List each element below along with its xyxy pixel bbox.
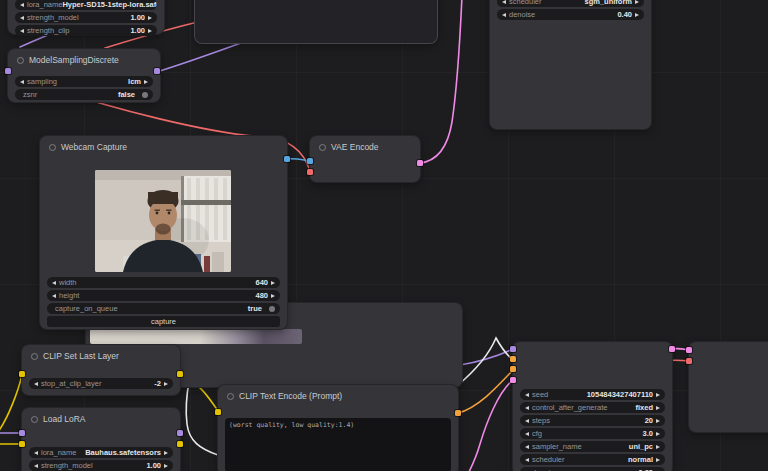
node-preview-top[interactable] [195, 0, 437, 43]
increment-arrow-icon[interactable] [635, 13, 639, 17]
input-slot-clip[interactable] [19, 441, 25, 447]
prev-arrow-icon[interactable] [34, 451, 38, 455]
collapse-dot-icon[interactable] [31, 353, 38, 360]
widget-lora-name[interactable]: lora_name Hyper-SD15-1step-lora.safet... [15, 0, 157, 10]
output-slot-latent[interactable] [669, 346, 675, 352]
next-arrow-icon[interactable] [635, 0, 639, 4]
widget-scheduler[interactable]: scheduler sgm_uniform [497, 0, 644, 7]
input-slot-negative[interactable] [510, 366, 516, 372]
next-arrow-icon[interactable] [656, 406, 660, 410]
next-arrow-icon[interactable] [164, 451, 168, 455]
increment-arrow-icon[interactable] [271, 294, 275, 298]
capture-button[interactable]: capture [47, 316, 280, 327]
input-slot-clip[interactable] [19, 371, 25, 377]
output-slot-image[interactable] [284, 156, 290, 162]
output-slot-model[interactable] [177, 430, 183, 436]
node-graph-canvas[interactable]: lora_name Hyper-SD15-1step-lora.safet...… [0, 0, 768, 471]
prev-arrow-icon[interactable] [20, 80, 24, 84]
widget-strength-model[interactable]: strength_model 1.00 [29, 460, 173, 471]
widget-strength-model[interactable]: strength_model 1.00 [15, 12, 157, 23]
widget-zsnr[interactable]: zsnr false [15, 89, 153, 100]
node-title-bar[interactable]: Load LoRA [22, 408, 180, 424]
widget-width[interactable]: width 640 [47, 277, 280, 288]
widget-control-after-generate[interactable]: control_after_generate fixed [520, 402, 665, 413]
widget-steps[interactable]: steps 20 [520, 415, 665, 426]
widget-seed[interactable]: seed 1054843427407110 [520, 389, 665, 400]
output-slot-clip[interactable] [177, 371, 183, 377]
node-title-bar[interactable]: CLIP Text Encode (Prompt) [218, 385, 458, 401]
node-title-bar[interactable]: VAE Encode [310, 136, 420, 152]
increment-arrow-icon[interactable] [271, 281, 275, 285]
boolean-toggle[interactable] [269, 306, 275, 312]
node-clip-text-encode[interactable]: CLIP Text Encode (Prompt) (worst quality… [218, 385, 458, 471]
increment-arrow-icon[interactable] [164, 464, 168, 468]
widget-denoise[interactable]: denoise 0.90 [520, 467, 665, 471]
decrement-arrow-icon[interactable] [20, 29, 24, 33]
input-slot-positive[interactable] [510, 356, 516, 362]
input-slot-model[interactable] [510, 346, 516, 352]
input-slot-model[interactable] [19, 430, 25, 436]
node-ksampler-top[interactable]: scheduler sgm_uniform denoise 0.40 [490, 0, 651, 129]
widget-cfg[interactable]: cfg 3.0 [520, 428, 665, 439]
widget-strength-clip[interactable]: strength_clip 1.00 [15, 25, 157, 36]
collapse-dot-icon[interactable] [227, 393, 234, 400]
decrement-arrow-icon[interactable] [34, 464, 38, 468]
node-model-sampling-discrete[interactable]: ModelSamplingDiscrete sampling lcm zsnr … [8, 49, 160, 102]
node-title-bar[interactable]: CLIP Set Last Layer [22, 345, 180, 361]
widget-denoise[interactable]: denoise 0.40 [497, 9, 644, 20]
decrement-arrow-icon[interactable] [52, 294, 56, 298]
increment-arrow-icon[interactable] [656, 419, 660, 423]
node-load-lora[interactable]: Load LoRA lora_name Bauhaus.safetensors … [22, 408, 180, 471]
collapse-dot-icon[interactable] [49, 144, 56, 151]
input-slot-latent-image[interactable] [510, 377, 516, 383]
input-slot-vae[interactable] [307, 169, 313, 175]
node-ksampler[interactable]: seed 1054843427407110 control_after_gene… [513, 342, 672, 471]
widget-lora-name[interactable]: lora_name Bauhaus.safetensors [29, 447, 173, 458]
next-arrow-icon[interactable] [656, 445, 660, 449]
widget-stop-at-clip-layer[interactable]: stop_at_clip_layer -2 [29, 378, 173, 389]
node-clip-set-last-layer[interactable]: CLIP Set Last Layer stop_at_clip_layer -… [22, 345, 180, 395]
collapse-dot-icon[interactable] [319, 144, 326, 151]
node-hyper-lora-loader[interactable]: lora_name Hyper-SD15-1step-lora.safet...… [8, 0, 164, 34]
widget-sampler-name[interactable]: sampler_name uni_pc [520, 441, 665, 452]
decrement-arrow-icon[interactable] [525, 432, 529, 436]
boolean-toggle[interactable] [142, 92, 148, 98]
increment-arrow-icon[interactable] [164, 382, 168, 386]
collapse-dot-icon[interactable] [31, 416, 38, 423]
increment-arrow-icon[interactable] [148, 16, 152, 20]
decrement-arrow-icon[interactable] [20, 16, 24, 20]
prev-arrow-icon[interactable] [525, 445, 529, 449]
widget-capture-on-queue[interactable]: capture_on_queue true [47, 303, 280, 314]
next-arrow-icon[interactable] [656, 458, 660, 462]
increment-arrow-icon[interactable] [656, 432, 660, 436]
decrement-arrow-icon[interactable] [525, 419, 529, 423]
widget-height[interactable]: height 480 [47, 290, 280, 301]
next-arrow-icon[interactable] [144, 80, 148, 84]
output-slot-conditioning[interactable] [455, 410, 461, 416]
node-vae-encode[interactable]: VAE Encode [310, 136, 420, 182]
output-slot-model[interactable] [154, 68, 160, 74]
output-slot-latent[interactable] [417, 160, 423, 166]
prev-arrow-icon[interactable] [525, 406, 529, 410]
collapse-dot-icon[interactable] [17, 57, 24, 64]
prompt-textarea[interactable]: (worst quality, low quality:1.4) [225, 418, 451, 471]
input-slot-vae[interactable] [686, 358, 692, 364]
widget-sampling[interactable]: sampling lcm [15, 76, 153, 87]
input-slot-clip[interactable] [215, 409, 221, 415]
node-vae-decode[interactable] [689, 342, 768, 432]
input-slot-samples[interactable] [686, 347, 692, 353]
node-title-bar[interactable]: Webcam Capture [40, 136, 287, 152]
prev-arrow-icon[interactable] [525, 458, 529, 462]
input-slot-model[interactable] [5, 68, 11, 74]
decrement-arrow-icon[interactable] [34, 382, 38, 386]
decrement-arrow-icon[interactable] [525, 393, 529, 397]
output-slot-clip[interactable] [177, 441, 183, 447]
prev-arrow-icon[interactable] [20, 3, 24, 7]
node-webcam-capture[interactable]: Webcam Capture [40, 136, 287, 329]
prev-arrow-icon[interactable] [502, 0, 506, 4]
increment-arrow-icon[interactable] [656, 393, 660, 397]
decrement-arrow-icon[interactable] [502, 13, 506, 17]
widget-scheduler[interactable]: scheduler normal [520, 454, 665, 465]
node-title-bar[interactable]: ModelSamplingDiscrete [8, 49, 160, 65]
decrement-arrow-icon[interactable] [52, 281, 56, 285]
